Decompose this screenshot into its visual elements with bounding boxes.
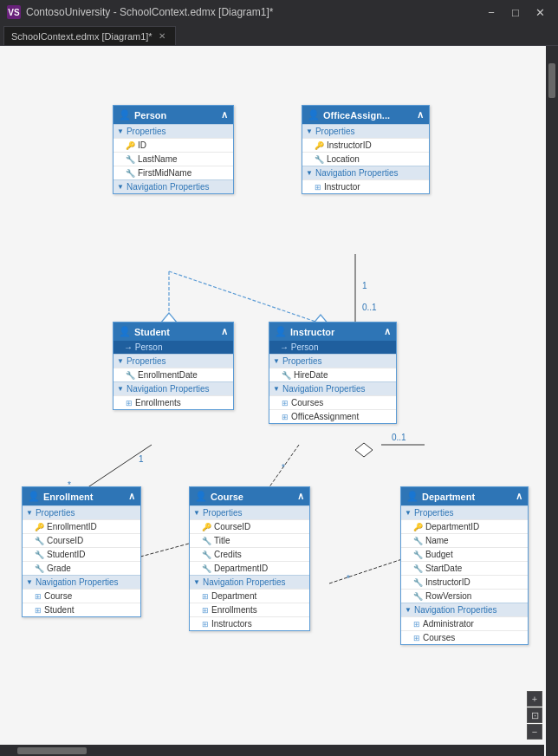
app-icon: VS: [7, 5, 21, 19]
tab-diagram[interactable]: SchoolContext.edmx [Diagram1]* ✕: [3, 26, 176, 45]
person-prop-lastname: 🔧 LastName: [114, 152, 233, 166]
maximize-button[interactable]: □: [504, 1, 527, 23]
instructor-props-header: ▼ Properties: [269, 354, 396, 368]
course-nav-instructors: ⊞ Instructors: [190, 616, 309, 630]
department-prop-budget: 🔧 Budget: [401, 547, 528, 561]
office-nav-instructor: ⊞ Instructor: [302, 179, 429, 193]
student-nav-enrollments: ⊞ Enrollments: [114, 395, 233, 409]
person-nav-header: ▼ Navigation Properties: [114, 179, 233, 193]
person-icon: 👤: [119, 109, 131, 121]
title-bar: VS ContosoUniversity - SchoolContext.edm…: [0, 0, 558, 24]
vertical-scrollbar[interactable]: [546, 46, 558, 745]
department-nav-header: ▼ Navigation Properties: [401, 603, 528, 616]
person-prop-id: 🔑 ID: [114, 138, 233, 152]
minimize-button[interactable]: −: [480, 1, 503, 23]
instructor-icon: 👤: [275, 326, 287, 337]
svg-text:*: *: [282, 463, 285, 472]
instructor-nav-courses: ⊞ Courses: [269, 395, 396, 409]
course-nav-department: ⊞ Department: [190, 589, 309, 603]
entity-name-instructor: Instructor: [290, 327, 334, 337]
window-title: ContosoUniversity - SchoolContext.edmx […: [26, 6, 475, 18]
tab-label: SchoolContext.edmx [Diagram1]*: [11, 31, 152, 42]
entity-header-office: 👤 OfficeAssign... ∧: [302, 106, 429, 124]
diagram-area: 0..1 1 1 * * * * 1 0..1 * 1 👤 Person: [0, 46, 558, 756]
horizontal-scrollbar[interactable]: [0, 745, 544, 756]
enrollment-icon: 👤: [28, 491, 40, 502]
enrollment-prop-id: 🔑 EnrollmentID: [23, 519, 140, 533]
entity-header-enrollment: 👤 Enrollment ∧: [23, 487, 140, 505]
entity-student[interactable]: 👤 Student ∧ → Person ▼ Properties 🔧 Enro…: [113, 322, 234, 410]
entity-department[interactable]: 👤 Department ∧ ▼ Properties 🔑 Department…: [400, 486, 529, 645]
enrollment-prop-grade: 🔧 Grade: [23, 561, 140, 575]
tab-close-button[interactable]: ✕: [156, 30, 168, 42]
office-nav-header: ▼ Navigation Properties: [302, 166, 429, 179]
svg-text:*: *: [347, 574, 350, 583]
entity-name-student: Student: [134, 327, 170, 337]
zoom-in-button[interactable]: +: [527, 691, 542, 707]
enrollment-prop-courseid: 🔧 CourseID: [23, 533, 140, 547]
person-props-header: ▼ Properties: [114, 124, 233, 138]
enrollment-props-header: ▼ Properties: [23, 505, 140, 519]
close-button[interactable]: ✕: [529, 1, 551, 23]
enrollment-nav-student: ⊞ Student: [23, 603, 140, 616]
student-prop-enrollmentdate: 🔧 EnrollmentDate: [114, 368, 233, 381]
department-prop-startdate: 🔧 StartDate: [401, 561, 528, 575]
entity-name-person: Person: [134, 110, 166, 121]
enrollment-prop-studentid: 🔧 StudentID: [23, 547, 140, 561]
entity-name-enrollment: Enrollment: [43, 492, 93, 502]
entity-officeassignment[interactable]: 👤 OfficeAssign... ∧ ▼ Properties 🔑 Instr…: [302, 105, 430, 194]
entity-header-instructor: 👤 Instructor ∧: [269, 323, 396, 341]
department-prop-rowversion: 🔧 RowVersion: [401, 589, 528, 603]
entity-name-department: Department: [422, 492, 475, 502]
department-nav-courses: ⊞ Courses: [401, 630, 528, 644]
svg-text:0..1: 0..1: [362, 303, 377, 312]
department-icon: 👤: [406, 491, 418, 502]
person-prop-firstname: 🔧 FirstMidName: [114, 166, 233, 179]
entity-person[interactable]: 👤 Person ∧ ▼ Properties 🔑 ID 🔧 LastName …: [113, 105, 234, 194]
chevron-enrollment: ∧: [128, 491, 135, 502]
entity-name-office: OfficeAssign...: [323, 110, 390, 121]
svg-marker-21: [355, 443, 373, 457]
department-prop-name: 🔧 Name: [401, 533, 528, 547]
student-nav-header: ▼ Navigation Properties: [114, 381, 233, 395]
course-prop-departmentid: 🔧 DepartmentID: [190, 561, 309, 575]
svg-text:1: 1: [139, 454, 144, 464]
svg-text:1: 1: [362, 281, 367, 290]
entity-instructor[interactable]: 👤 Instructor ∧ → Person ▼ Properties 🔧 H…: [269, 322, 397, 424]
course-props-header: ▼ Properties: [190, 505, 309, 519]
course-icon: 👤: [195, 491, 207, 502]
svg-text:0..1: 0..1: [392, 433, 406, 442]
tab-bar: SchoolContext.edmx [Diagram1]* ✕: [0, 24, 558, 46]
entity-name-course: Course: [211, 492, 243, 502]
enrollment-nav-course: ⊞ Course: [23, 589, 140, 603]
department-props-header: ▼ Properties: [401, 505, 528, 519]
scrollbar-thumb-h[interactable]: [17, 747, 87, 754]
course-prop-courseid: 🔑 CourseID: [190, 519, 309, 533]
office-icon: 👤: [308, 109, 320, 121]
instructor-subtitle: → Person: [269, 341, 396, 354]
chevron-instructor: ∧: [384, 326, 391, 337]
scrollbar-corner: [546, 745, 558, 756]
entity-header-student: 👤 Student ∧: [114, 323, 233, 341]
entity-course[interactable]: 👤 Course ∧ ▼ Properties 🔑 CourseID 🔧 Tit…: [189, 486, 310, 631]
entity-header-department: 👤 Department ∧: [401, 487, 528, 505]
chevron-course: ∧: [297, 491, 304, 502]
department-prop-departmentid: 🔑 DepartmentID: [401, 519, 528, 533]
window-controls: − □ ✕: [480, 1, 551, 23]
scrollbar-thumb-v[interactable]: [548, 63, 555, 98]
instructor-nav-officeassignment: ⊞ OfficeAssignment: [269, 409, 396, 423]
chevron-student: ∧: [221, 326, 228, 337]
entity-enrollment[interactable]: 👤 Enrollment ∧ ▼ Properties 🔑 Enrollment…: [22, 486, 141, 617]
department-prop-instructorid: 🔧 InstructorID: [401, 575, 528, 589]
zoom-fit-button[interactable]: ⊡: [527, 707, 542, 723]
chevron-department: ∧: [516, 491, 522, 502]
svg-line-8: [269, 445, 299, 488]
course-nav-header: ▼ Navigation Properties: [190, 575, 309, 589]
department-nav-administrator: ⊞ Administrator: [401, 616, 528, 630]
office-prop-instructorid: 🔑 InstructorID: [302, 138, 429, 152]
enrollment-nav-header: ▼ Navigation Properties: [23, 575, 140, 589]
svg-line-1: [169, 271, 321, 323]
course-nav-enrollments: ⊞ Enrollments: [190, 603, 309, 616]
instructor-prop-hiredate: 🔧 HireDate: [269, 368, 396, 381]
zoom-out-button[interactable]: −: [527, 724, 542, 740]
